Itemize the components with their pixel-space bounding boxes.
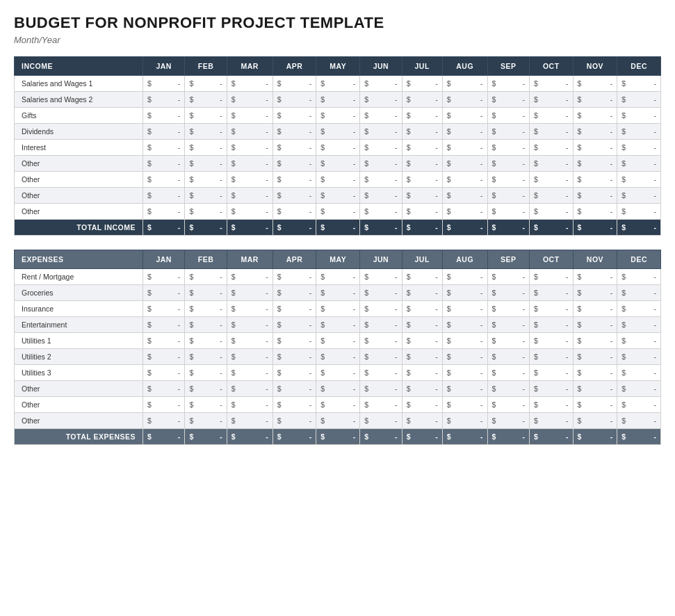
income-cell[interactable]: $ -	[316, 92, 360, 108]
income-cell[interactable]: $ -	[487, 140, 529, 156]
expenses-cell[interactable]: $ -	[143, 365, 185, 381]
expenses-row-label[interactable]: Utilities 3	[15, 365, 143, 381]
expenses-cell[interactable]: $ -	[442, 397, 487, 413]
income-cell[interactable]: $ -	[617, 156, 661, 172]
expenses-cell[interactable]: $ -	[402, 269, 442, 285]
income-cell[interactable]: $ -	[573, 108, 617, 124]
expenses-cell[interactable]: $ -	[273, 317, 316, 333]
expenses-cell[interactable]: $ -	[185, 285, 227, 301]
expenses-cell[interactable]: $ -	[529, 285, 573, 301]
income-cell[interactable]: $ -	[617, 188, 661, 204]
expenses-cell[interactable]: $ -	[402, 333, 442, 349]
income-cell[interactable]: $ -	[402, 140, 442, 156]
expenses-cell[interactable]: $ -	[617, 413, 661, 429]
expenses-cell[interactable]: $ -	[487, 285, 529, 301]
expenses-cell[interactable]: $ -	[442, 333, 487, 349]
income-cell[interactable]: $ -	[402, 124, 442, 140]
income-cell[interactable]: $ -	[185, 204, 227, 220]
expenses-cell[interactable]: $ -	[573, 381, 617, 397]
income-cell[interactable]: $ -	[442, 204, 487, 220]
expenses-cell[interactable]: $ -	[273, 285, 316, 301]
expenses-cell[interactable]: $ -	[185, 301, 227, 317]
expenses-cell[interactable]: $ -	[227, 333, 273, 349]
expenses-cell[interactable]: $ -	[273, 349, 316, 365]
income-cell[interactable]: $ -	[316, 188, 360, 204]
expenses-row-label[interactable]: Groceries	[15, 285, 143, 301]
income-cell[interactable]: $ -	[402, 92, 442, 108]
expenses-cell[interactable]: $ -	[529, 397, 573, 413]
income-cell[interactable]: $ -	[143, 204, 185, 220]
expenses-cell[interactable]: $ -	[487, 269, 529, 285]
expenses-row-label[interactable]: Other	[15, 381, 143, 397]
expenses-cell[interactable]: $ -	[143, 413, 185, 429]
expenses-cell[interactable]: $ -	[185, 333, 227, 349]
income-cell[interactable]: $ -	[442, 108, 487, 124]
income-cell[interactable]: $ -	[316, 204, 360, 220]
expenses-cell[interactable]: $ -	[360, 269, 402, 285]
income-cell[interactable]: $ -	[227, 76, 273, 92]
expenses-row-label[interactable]: Utilities 2	[15, 349, 143, 365]
income-row-label[interactable]: Interest	[15, 140, 143, 156]
income-cell[interactable]: $ -	[185, 92, 227, 108]
expenses-cell[interactable]: $ -	[529, 301, 573, 317]
expenses-cell[interactable]: $ -	[487, 317, 529, 333]
income-row-label[interactable]: Other	[15, 188, 143, 204]
income-cell[interactable]: $ -	[273, 140, 316, 156]
expenses-cell[interactable]: $ -	[529, 381, 573, 397]
expenses-cell[interactable]: $ -	[529, 317, 573, 333]
expenses-cell[interactable]: $ -	[143, 269, 185, 285]
income-cell[interactable]: $ -	[360, 76, 402, 92]
income-cell[interactable]: $ -	[573, 76, 617, 92]
income-cell[interactable]: $ -	[573, 140, 617, 156]
expenses-cell[interactable]: $ -	[316, 397, 360, 413]
expenses-cell[interactable]: $ -	[487, 365, 529, 381]
expenses-cell[interactable]: $ -	[227, 365, 273, 381]
income-cell[interactable]: $ -	[360, 188, 402, 204]
expenses-cell[interactable]: $ -	[529, 349, 573, 365]
expenses-cell[interactable]: $ -	[617, 365, 661, 381]
income-cell[interactable]: $ -	[487, 92, 529, 108]
income-cell[interactable]: $ -	[529, 188, 573, 204]
expenses-cell[interactable]: $ -	[360, 317, 402, 333]
expenses-cell[interactable]: $ -	[487, 381, 529, 397]
income-cell[interactable]: $ -	[617, 140, 661, 156]
expenses-cell[interactable]: $ -	[617, 301, 661, 317]
expenses-cell[interactable]: $ -	[227, 413, 273, 429]
expenses-cell[interactable]: $ -	[487, 301, 529, 317]
income-cell[interactable]: $ -	[273, 204, 316, 220]
income-cell[interactable]: $ -	[360, 140, 402, 156]
income-cell[interactable]: $ -	[143, 108, 185, 124]
expenses-cell[interactable]: $ -	[227, 301, 273, 317]
expenses-cell[interactable]: $ -	[273, 397, 316, 413]
expenses-cell[interactable]: $ -	[617, 269, 661, 285]
expenses-cell[interactable]: $ -	[487, 413, 529, 429]
expenses-cell[interactable]: $ -	[273, 269, 316, 285]
expenses-cell[interactable]: $ -	[487, 333, 529, 349]
income-cell[interactable]: $ -	[143, 172, 185, 188]
expenses-cell[interactable]: $ -	[442, 301, 487, 317]
income-cell[interactable]: $ -	[442, 140, 487, 156]
income-cell[interactable]: $ -	[617, 124, 661, 140]
expenses-cell[interactable]: $ -	[360, 365, 402, 381]
income-cell[interactable]: $ -	[573, 204, 617, 220]
income-cell[interactable]: $ -	[360, 92, 402, 108]
expenses-cell[interactable]: $ -	[227, 269, 273, 285]
income-cell[interactable]: $ -	[227, 108, 273, 124]
expenses-cell[interactable]: $ -	[316, 317, 360, 333]
income-cell[interactable]: $ -	[273, 108, 316, 124]
income-cell[interactable]: $ -	[360, 156, 402, 172]
income-cell[interactable]: $ -	[487, 172, 529, 188]
expenses-cell[interactable]: $ -	[617, 397, 661, 413]
expenses-cell[interactable]: $ -	[273, 381, 316, 397]
income-cell[interactable]: $ -	[185, 76, 227, 92]
expenses-cell[interactable]: $ -	[573, 365, 617, 381]
expenses-cell[interactable]: $ -	[573, 333, 617, 349]
expenses-cell[interactable]: $ -	[617, 381, 661, 397]
expenses-cell[interactable]: $ -	[402, 413, 442, 429]
expenses-cell[interactable]: $ -	[529, 269, 573, 285]
income-cell[interactable]: $ -	[402, 188, 442, 204]
expenses-cell[interactable]: $ -	[402, 317, 442, 333]
expenses-cell[interactable]: $ -	[360, 397, 402, 413]
income-cell[interactable]: $ -	[185, 108, 227, 124]
income-cell[interactable]: $ -	[487, 156, 529, 172]
